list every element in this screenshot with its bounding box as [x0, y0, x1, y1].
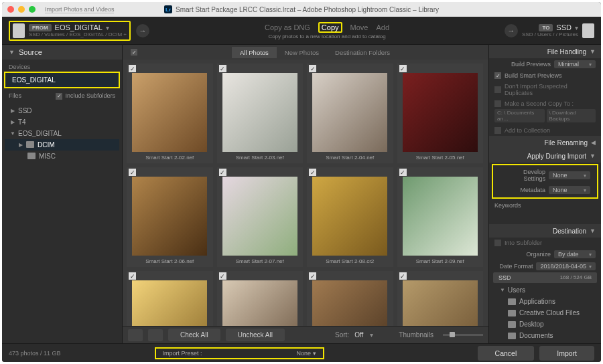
source-forward-icon[interactable]: →	[136, 24, 149, 37]
import-preset-bar[interactable]: Import Preset :None ▾	[155, 347, 324, 359]
thumb-checkbox[interactable]	[219, 65, 226, 72]
document-title: Smart Start Package LRCC Classic.lrcat –…	[176, 6, 439, 13]
thumb-image	[222, 73, 297, 152]
thumbnail-cell[interactable]	[307, 271, 393, 326]
thumb-image	[403, 73, 478, 152]
date-format-select[interactable]: 2018/2018-04-05▾	[536, 262, 596, 270]
thumbnail-cell[interactable]: Smart Start 2-06.nef	[127, 167, 213, 267]
thumb-checkbox[interactable]	[219, 272, 226, 280]
title-center: Lr Smart Start Package LRCC Classic.lrca…	[2, 5, 601, 13]
mode-copy-as-dng[interactable]: Copy as DNG	[265, 23, 310, 31]
dest-drive-icon	[582, 23, 594, 38]
skip-duplicates-check[interactable]	[494, 86, 501, 93]
import-mode-bar: Copy as DNG Copy Move Add	[265, 22, 389, 33]
mode-add[interactable]: Add	[376, 23, 389, 31]
metadata-select[interactable]: None▾	[549, 186, 590, 194]
thumb-checkbox[interactable]	[399, 65, 407, 72]
thumbnail-cell[interactable]: Smart Start 2-07.nef	[217, 167, 304, 267]
right-panel: File Handling▼ Build PreviewsMinimal▾ Bu…	[488, 45, 601, 343]
dest-back-icon[interactable]: →	[505, 24, 518, 37]
thumbnail-area: All Photos New Photos Destination Folder…	[123, 45, 488, 343]
thumbnail-cell[interactable]: Smart Start 2-03.nef	[217, 64, 304, 163]
thumb-caption: Smart Start 2-04.nef	[326, 152, 374, 163]
thumb-checkbox[interactable]	[309, 169, 316, 176]
import-button[interactable]: Import	[539, 346, 594, 361]
thumb-image	[403, 280, 478, 326]
dest-users[interactable]: ▼Users	[494, 284, 598, 296]
thumb-image	[132, 73, 207, 152]
second-copy-check[interactable]	[494, 100, 501, 107]
folder-icon	[508, 321, 516, 328]
sort-value[interactable]: Off	[354, 331, 363, 339]
folder-dcim[interactable]: ▶DCIM	[5, 139, 119, 151]
view-loupe-button[interactable]	[148, 329, 163, 341]
thumb-checkbox[interactable]	[129, 169, 136, 176]
thumbnail-cell[interactable]: Smart Start 2-09.nef	[397, 167, 484, 267]
volume-ssd[interactable]: ▶SSD	[5, 105, 119, 116]
thumbnail-cell[interactable]: Smart Start 2-04.nef	[307, 64, 393, 163]
mode-move[interactable]: Move	[350, 23, 368, 31]
import-top-strip: FROM EOS_DIGITAL ▾ SSD / Volumes / EOS_D…	[2, 17, 601, 45]
thumbnail-cell[interactable]: Smart Start 2-02.nef	[127, 64, 213, 163]
from-source-box[interactable]: FROM EOS_DIGITAL ▾ SSD / Volumes / EOS_D…	[9, 21, 131, 41]
folder-icon	[27, 153, 36, 159]
tab-new-photos[interactable]: New Photos	[277, 47, 327, 58]
destination-header[interactable]: Destination▼	[489, 224, 601, 238]
thumb-checkbox[interactable]	[309, 272, 316, 280]
check-all-button[interactable]: Check All	[168, 329, 220, 341]
thumbnail-grid: Smart Start 2-02.nef Smart Start 2-03.ne…	[127, 64, 488, 326]
mode-copy[interactable]: Copy	[318, 22, 342, 33]
apply-during-import-header[interactable]: Apply During Import▼	[489, 149, 601, 163]
uncheck-all-button[interactable]: Uncheck All	[226, 329, 285, 341]
thumbnail-cell[interactable]: Smart Start 2-05.nef	[397, 64, 484, 163]
add-collection-check[interactable]	[494, 127, 501, 134]
organize-select[interactable]: By date▾	[554, 250, 596, 258]
from-label: FROM	[29, 24, 52, 31]
dest-creative-cloud[interactable]: Creative Cloud Files	[494, 307, 598, 318]
file-renaming-header[interactable]: File Renaming◀	[489, 136, 601, 149]
thumbnail-cell[interactable]	[127, 271, 213, 326]
to-device: SSD	[556, 23, 572, 31]
tab-destination-folders[interactable]: Destination Folders	[327, 47, 398, 58]
device-eos-digital[interactable]: EOS_DIGITAL	[4, 72, 120, 88]
include-subfolders-toggle[interactable]: Include Subfolders	[56, 92, 115, 100]
mode-caption: Copy photos to a new location and add to…	[265, 33, 389, 39]
drive-icon	[13, 23, 25, 38]
tab-all-photos[interactable]: All Photos	[232, 47, 277, 58]
titlebar: Import Photos and Videos Lr Smart Start …	[2, 2, 601, 17]
cancel-button[interactable]: Cancel	[478, 346, 535, 361]
thumb-checkbox[interactable]	[219, 169, 226, 176]
folder-icon	[508, 310, 516, 316]
dest-documents[interactable]: Documents	[494, 330, 598, 341]
into-subfolder-check[interactable]	[494, 240, 501, 246]
thumb-checkbox[interactable]	[129, 65, 136, 72]
volume-eos[interactable]: ▼EOS_DIGITAL	[5, 128, 119, 139]
thumbnail-cell[interactable]: Smart Start 2-08.cr2	[307, 167, 393, 267]
dest-desktop[interactable]: Desktop	[494, 318, 598, 330]
volume-t4[interactable]: ▶T4	[5, 116, 119, 128]
dest-drive-row[interactable]: SSD168 / 524 GB	[493, 272, 597, 283]
to-destination-box[interactable]: → TO SSD ▾ SSD / Users / / Pictures	[505, 23, 594, 38]
thumb-image	[222, 177, 297, 256]
thumbnail-cell[interactable]	[397, 271, 484, 326]
folder-misc[interactable]: MISC	[5, 151, 119, 162]
file-handling-header[interactable]: File Handling▼	[489, 45, 601, 58]
thumb-checkbox[interactable]	[309, 65, 316, 72]
develop-settings-select[interactable]: None▾	[549, 171, 590, 179]
thumb-image	[132, 177, 207, 256]
select-all-checkbox[interactable]	[131, 49, 137, 56]
view-grid-button[interactable]	[128, 329, 143, 341]
grid-scroll[interactable]: Smart Start 2-02.nef Smart Start 2-03.ne…	[123, 60, 488, 326]
dest-applications[interactable]: Applications	[494, 296, 598, 307]
thumb-checkbox[interactable]	[399, 272, 407, 280]
thumb-checkbox[interactable]	[399, 169, 407, 176]
build-previews-select[interactable]: Minimal▾	[554, 60, 596, 68]
build-smart-previews-check[interactable]	[494, 72, 501, 79]
thumbnails-label: Thumbnails	[399, 331, 433, 339]
thumb-checkbox[interactable]	[129, 272, 136, 280]
from-device: EOS_DIGITAL	[55, 23, 103, 31]
source-header[interactable]: ▼Source	[2, 45, 122, 60]
files-row: Files Include Subfolders	[2, 88, 122, 104]
thumbnail-cell[interactable]	[217, 271, 304, 326]
thumbnail-size-slider[interactable]	[443, 334, 483, 336]
